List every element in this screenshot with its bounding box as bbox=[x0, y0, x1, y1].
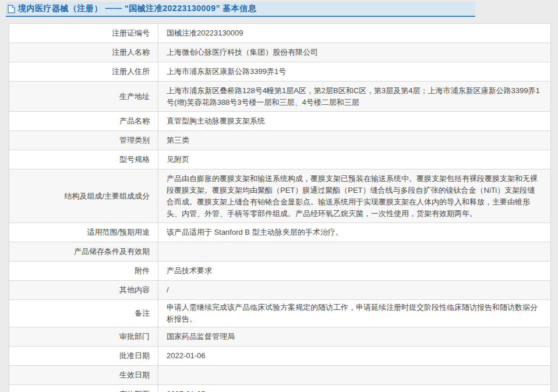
row-value: 见附页 bbox=[158, 150, 551, 169]
header-bar: 境内医疗器械（注册） —— “国械注准20223130009” 基本信息 bbox=[6, 2, 475, 17]
row-label: 有效期至 bbox=[9, 385, 158, 392]
row-label: 结构及组成/主要组成成分 bbox=[9, 169, 158, 223]
row-value bbox=[158, 242, 551, 262]
table-row: 管理类别 第三类 bbox=[9, 131, 551, 150]
row-label: 生产地址 bbox=[9, 82, 158, 112]
table-row: 适用范围/预期用途 该产品适用于 Stanford B 型主动脉夹层的手术治疗。 bbox=[9, 223, 551, 242]
row-label: 产品储存条件及有效期 bbox=[9, 242, 158, 262]
table-row: 型号规格 见附页 bbox=[9, 150, 551, 169]
row-label: 生效日期 bbox=[9, 366, 158, 385]
document-icon bbox=[8, 5, 15, 13]
row-value: 产品由自膨胀的覆膜支架和输送系统构成，覆膜支架已预装在输送系统中。覆膜支架包括有… bbox=[158, 169, 551, 223]
row-label: 产品名称 bbox=[9, 112, 158, 131]
row-label: 适用范围/预期用途 bbox=[9, 223, 158, 242]
table-row: 批准日期 2022-01-06 bbox=[9, 347, 551, 366]
row-label: 注册证编号 bbox=[9, 24, 158, 43]
row-value: 国家药品监督管理局 bbox=[158, 327, 551, 347]
row-value: 上海微创心脉医疗科技（集团）股份有限公司 bbox=[158, 43, 551, 62]
row-label: 附件 bbox=[9, 262, 158, 281]
row-value: 上海市浦东新区叠桥路128号4幢第1层A区，第2层B区和C区，第3层及第4层；上… bbox=[158, 82, 551, 112]
row-label: 型号规格 bbox=[9, 150, 158, 169]
row-label: 批准日期 bbox=[9, 347, 158, 366]
row-label: 注册人名称 bbox=[9, 43, 158, 62]
table-row: 注册人住所 上海市浦东新区康新公路3399弄1号 bbox=[9, 62, 551, 82]
table-row: 注册人名称 上海微创心脉医疗科技（集团）股份有限公司 bbox=[9, 43, 551, 62]
table-row: 注册证编号 国械注准20223130009 bbox=[9, 24, 551, 43]
table-row: 有效期至 2027-01-05 bbox=[9, 385, 551, 392]
row-label: 管理类别 bbox=[9, 131, 158, 150]
table-row: 结构及组成/主要组成成分 产品由自膨胀的覆膜支架和输送系统构成，覆膜支架已预装在… bbox=[9, 169, 551, 223]
table-row: 生效日期 bbox=[9, 366, 551, 385]
row-value: 2027-01-05 bbox=[158, 385, 551, 392]
table-row: 附件 产品技术要求 bbox=[9, 262, 551, 281]
row-label: 审批部门 bbox=[9, 327, 158, 347]
table-row: 其他内容 / bbox=[9, 281, 551, 300]
row-value: 产品技术要求 bbox=[158, 262, 551, 281]
table-row: 备注 申请人需继续完成该产品临床试验方案规定的随访工作，申请延续注册时提交阶段性… bbox=[9, 300, 551, 327]
row-value: / bbox=[158, 281, 551, 300]
page-title: 境内医疗器械（注册） —— “国械注准20223130009” 基本信息 bbox=[18, 3, 256, 14]
row-label: 注册人住所 bbox=[9, 62, 158, 82]
table-row: 产品名称 直管型胸主动脉覆膜支架系统 bbox=[9, 112, 551, 131]
row-value: 第三类 bbox=[158, 131, 551, 150]
table-row: 审批部门 国家药品监督管理局 bbox=[9, 327, 551, 347]
info-table: 注册证编号 国械注准20223130009 注册人名称 上海微创心脉医疗科技（集… bbox=[9, 23, 551, 392]
row-value bbox=[158, 366, 551, 385]
row-value: 申请人需继续完成该产品临床试验方案规定的随访工作，申请延续注册时提交阶段性临床随… bbox=[158, 300, 551, 327]
row-value: 上海市浦东新区康新公路3399弄1号 bbox=[158, 62, 551, 82]
row-label: 其他内容 bbox=[9, 281, 158, 300]
table-row: 生产地址 上海市浦东新区叠桥路128号4幢第1层A区，第2层B区和C区，第3层及… bbox=[9, 82, 551, 112]
row-label: 备注 bbox=[9, 300, 158, 327]
row-value: 直管型胸主动脉覆膜支架系统 bbox=[158, 112, 551, 131]
row-value: 该产品适用于 Stanford B 型主动脉夹层的手术治疗。 bbox=[158, 223, 551, 242]
row-value: 国械注准20223130009 bbox=[158, 24, 551, 43]
table-row: 产品储存条件及有效期 bbox=[9, 242, 551, 262]
row-value: 2022-01-06 bbox=[158, 347, 551, 366]
